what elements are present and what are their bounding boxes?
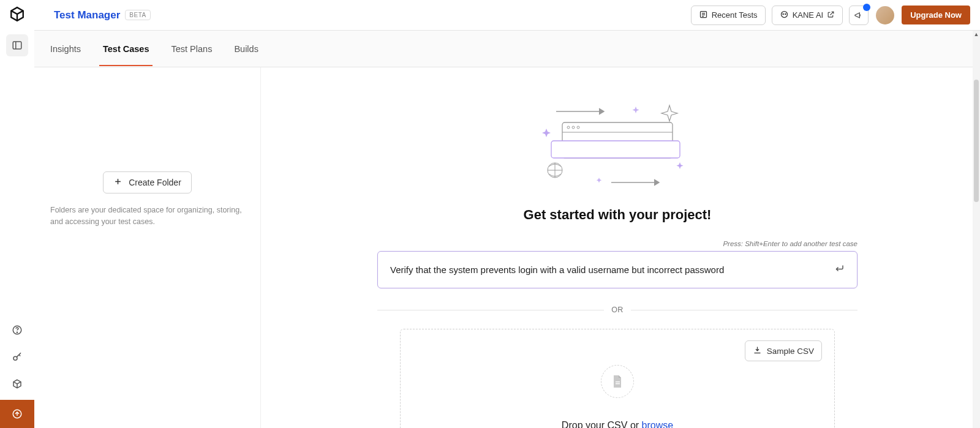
sample-csv-label: Sample CSV: [767, 347, 814, 356]
kane-ai-button[interactable]: KANE AI: [772, 6, 843, 25]
notification-dot: [863, 4, 870, 11]
cube-icon[interactable]: [6, 373, 28, 395]
svg-rect-26: [616, 381, 620, 382]
csv-dropzone[interactable]: Sample CSV Drop your CSV or browse: [400, 329, 835, 428]
beta-badge: BETA: [125, 10, 150, 20]
subheader-tabs: Insights Test Cases Test Plans Builds: [34, 31, 980, 67]
scroll-thumb[interactable]: [974, 80, 979, 202]
drop-prefix: Drop your CSV or: [562, 420, 642, 428]
vertical-scrollbar[interactable]: ▲: [973, 31, 980, 428]
recent-tests-button[interactable]: Recent Tests: [691, 6, 766, 25]
folders-sidebar: Create Folder Folders are your dedicated…: [34, 67, 261, 428]
announcements-button[interactable]: [849, 6, 869, 25]
test-case-input[interactable]: [390, 265, 834, 275]
content-area: Get started with your project! Press: Sh…: [261, 67, 974, 428]
recent-tests-label: Recent Tests: [712, 10, 758, 20]
kane-ai-label: KANE AI: [793, 10, 824, 20]
list-icon: [699, 10, 708, 21]
create-folder-button[interactable]: Create Folder: [103, 171, 192, 193]
file-icon: [601, 365, 634, 398]
sidebar-toggle-icon[interactable]: [6, 34, 28, 56]
svg-point-3: [17, 332, 17, 332]
input-hint: Press: Shift+Enter to add another test c…: [377, 240, 858, 247]
browse-link[interactable]: browse: [642, 420, 674, 428]
test-case-input-wrap[interactable]: [377, 251, 858, 288]
tab-test-cases[interactable]: Test Cases: [102, 32, 151, 66]
svg-point-11: [783, 13, 783, 14]
tab-test-plans[interactable]: Test Plans: [170, 32, 213, 66]
drop-text: Drop your CSV or browse: [562, 420, 673, 428]
svg-rect-22: [551, 141, 680, 158]
get-started-illustration: [538, 98, 697, 192]
create-folder-label: Create Folder: [129, 178, 181, 187]
help-icon[interactable]: [6, 319, 28, 341]
svg-rect-27: [616, 383, 620, 384]
external-link-icon: [827, 10, 835, 20]
kane-ai-icon: [780, 10, 789, 21]
sidebar-hint: Folders are your dedicated space for org…: [48, 205, 247, 228]
upgrade-button[interactable]: Upgrade Now: [902, 6, 970, 24]
svg-point-10: [781, 11, 787, 17]
svg-rect-0: [13, 42, 21, 49]
key-icon[interactable]: [6, 346, 28, 368]
download-icon: [753, 345, 762, 356]
sample-csv-button[interactable]: Sample CSV: [745, 340, 822, 361]
brand-logo: [9, 6, 25, 22]
enter-icon[interactable]: [834, 263, 845, 277]
main-area: Create Folder Folders are your dedicated…: [34, 67, 974, 428]
scroll-up-arrow[interactable]: ▲: [973, 31, 980, 38]
tab-insights[interactable]: Insights: [49, 32, 82, 66]
or-divider: OR: [377, 306, 858, 314]
plus-icon: [113, 177, 123, 188]
top-header: Test Manager BETA Recent Tests KANE AI U…: [34, 0, 980, 31]
rail-upgrade-button[interactable]: [0, 400, 34, 428]
tab-builds[interactable]: Builds: [233, 32, 260, 66]
svg-point-12: [785, 13, 785, 14]
or-label: OR: [611, 306, 624, 314]
content-heading: Get started with your project!: [524, 207, 712, 223]
left-rail: [0, 0, 34, 428]
user-avatar[interactable]: [876, 6, 894, 24]
app-title[interactable]: Test Manager: [54, 9, 120, 21]
